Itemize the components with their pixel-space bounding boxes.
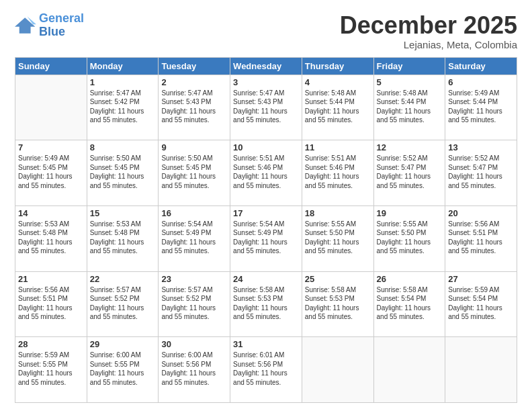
calendar-header-row: Sunday Monday Tuesday Wednesday Thursday… [15, 57, 517, 75]
day-number: 28 [18, 339, 84, 349]
day-info: Sunrise: 5:55 AM Sunset: 5:50 PM Dayligh… [305, 220, 371, 256]
day-info: Sunrise: 5:56 AM Sunset: 5:51 PM Dayligh… [448, 220, 514, 256]
calendar-cell: 28Sunrise: 5:59 AM Sunset: 5:55 PM Dayli… [15, 337, 87, 403]
day-info: Sunrise: 5:51 AM Sunset: 5:46 PM Dayligh… [233, 154, 299, 190]
calendar-cell: 1Sunrise: 5:47 AM Sunset: 5:42 PM Daylig… [87, 75, 159, 140]
day-number: 3 [233, 77, 299, 87]
logo-line1: General [39, 11, 84, 25]
calendar-week-4: 21Sunrise: 5:56 AM Sunset: 5:51 PM Dayli… [15, 271, 517, 337]
col-monday: Monday [87, 57, 159, 75]
col-thursday: Thursday [302, 57, 373, 75]
calendar-cell: 6Sunrise: 5:49 AM Sunset: 5:44 PM Daylig… [445, 75, 517, 140]
calendar-cell: 17Sunrise: 5:54 AM Sunset: 5:49 PM Dayli… [230, 205, 302, 271]
calendar-cell: 23Sunrise: 5:57 AM Sunset: 5:52 PM Dayli… [159, 271, 230, 337]
logo: General Blue [15, 12, 84, 39]
day-info: Sunrise: 5:59 AM Sunset: 5:54 PM Dayligh… [448, 285, 514, 322]
calendar-cell: 21Sunrise: 5:56 AM Sunset: 5:51 PM Dayli… [15, 271, 87, 337]
day-info: Sunrise: 5:57 AM Sunset: 5:52 PM Dayligh… [161, 285, 227, 322]
month-title: December 2025 [340, 12, 517, 39]
calendar-body: 1Sunrise: 5:47 AM Sunset: 5:42 PM Daylig… [15, 75, 517, 402]
calendar-cell: 30Sunrise: 6:00 AM Sunset: 5:56 PM Dayli… [159, 337, 230, 403]
day-number: 25 [305, 274, 371, 284]
logo-text: General Blue [39, 12, 84, 39]
day-number: 9 [161, 142, 227, 152]
day-number: 29 [90, 339, 156, 349]
day-number: 5 [377, 77, 443, 87]
calendar-cell: 24Sunrise: 5:58 AM Sunset: 5:53 PM Dayli… [230, 271, 302, 337]
calendar-cell: 15Sunrise: 5:53 AM Sunset: 5:48 PM Dayli… [87, 205, 159, 271]
day-info: Sunrise: 5:54 AM Sunset: 5:49 PM Dayligh… [233, 220, 299, 256]
calendar-cell [15, 75, 87, 140]
day-info: Sunrise: 5:49 AM Sunset: 5:44 PM Dayligh… [448, 89, 514, 125]
svg-marker-0 [15, 17, 35, 34]
calendar-cell: 5Sunrise: 5:48 AM Sunset: 5:44 PM Daylig… [373, 75, 445, 140]
col-wednesday: Wednesday [230, 57, 302, 75]
calendar-cell: 11Sunrise: 5:51 AM Sunset: 5:46 PM Dayli… [302, 140, 373, 206]
day-number: 12 [377, 142, 443, 152]
day-info: Sunrise: 5:53 AM Sunset: 5:48 PM Dayligh… [90, 220, 156, 256]
calendar-week-3: 14Sunrise: 5:53 AM Sunset: 5:48 PM Dayli… [15, 205, 517, 271]
calendar-cell: 22Sunrise: 5:57 AM Sunset: 5:52 PM Dayli… [87, 271, 159, 337]
day-number: 13 [448, 142, 514, 152]
day-info: Sunrise: 5:50 AM Sunset: 5:45 PM Dayligh… [90, 154, 156, 190]
header: General Blue December 2025 Lejanias, Met… [15, 12, 517, 50]
calendar-cell: 14Sunrise: 5:53 AM Sunset: 5:48 PM Dayli… [15, 205, 87, 271]
day-number: 23 [161, 274, 227, 284]
day-number: 14 [18, 208, 84, 218]
day-number: 7 [18, 142, 84, 152]
day-number: 11 [305, 142, 371, 152]
calendar-cell [302, 337, 373, 403]
day-info: Sunrise: 5:51 AM Sunset: 5:46 PM Dayligh… [305, 154, 371, 190]
day-info: Sunrise: 5:47 AM Sunset: 5:43 PM Dayligh… [161, 89, 227, 125]
day-info: Sunrise: 5:53 AM Sunset: 5:48 PM Dayligh… [18, 220, 84, 256]
calendar-cell: 13Sunrise: 5:52 AM Sunset: 5:47 PM Dayli… [445, 140, 517, 206]
day-number: 19 [377, 208, 443, 218]
day-number: 1 [90, 77, 156, 87]
calendar: Sunday Monday Tuesday Wednesday Thursday… [15, 57, 517, 403]
calendar-cell: 8Sunrise: 5:50 AM Sunset: 5:45 PM Daylig… [87, 140, 159, 206]
day-info: Sunrise: 5:47 AM Sunset: 5:42 PM Dayligh… [90, 89, 156, 125]
day-number: 18 [305, 208, 371, 218]
day-info: Sunrise: 5:58 AM Sunset: 5:54 PM Dayligh… [377, 285, 443, 322]
day-number: 6 [448, 77, 514, 87]
col-sunday: Sunday [15, 57, 87, 75]
day-number: 21 [18, 274, 84, 284]
calendar-cell: 2Sunrise: 5:47 AM Sunset: 5:43 PM Daylig… [159, 75, 230, 140]
day-info: Sunrise: 5:58 AM Sunset: 5:53 PM Dayligh… [305, 285, 371, 322]
day-info: Sunrise: 5:50 AM Sunset: 5:45 PM Dayligh… [161, 154, 227, 190]
calendar-cell: 4Sunrise: 5:48 AM Sunset: 5:44 PM Daylig… [302, 75, 373, 140]
day-info: Sunrise: 6:01 AM Sunset: 5:56 PM Dayligh… [233, 351, 299, 387]
day-number: 27 [448, 274, 514, 284]
day-info: Sunrise: 5:59 AM Sunset: 5:55 PM Dayligh… [18, 351, 84, 387]
day-info: Sunrise: 5:57 AM Sunset: 5:52 PM Dayligh… [90, 285, 156, 322]
day-info: Sunrise: 5:54 AM Sunset: 5:49 PM Dayligh… [161, 220, 227, 256]
day-number: 24 [233, 274, 299, 284]
col-friday: Friday [373, 57, 445, 75]
day-info: Sunrise: 5:48 AM Sunset: 5:44 PM Dayligh… [305, 89, 371, 125]
calendar-cell: 27Sunrise: 5:59 AM Sunset: 5:54 PM Dayli… [445, 271, 517, 337]
calendar-week-5: 28Sunrise: 5:59 AM Sunset: 5:55 PM Dayli… [15, 337, 517, 403]
day-number: 4 [305, 77, 371, 87]
day-info: Sunrise: 5:55 AM Sunset: 5:50 PM Dayligh… [377, 220, 443, 256]
logo-icon [15, 16, 36, 35]
calendar-cell: 26Sunrise: 5:58 AM Sunset: 5:54 PM Dayli… [373, 271, 445, 337]
calendar-cell: 9Sunrise: 5:50 AM Sunset: 5:45 PM Daylig… [159, 140, 230, 206]
day-info: Sunrise: 5:49 AM Sunset: 5:45 PM Dayligh… [18, 154, 84, 190]
calendar-cell: 18Sunrise: 5:55 AM Sunset: 5:50 PM Dayli… [302, 205, 373, 271]
day-number: 8 [90, 142, 156, 152]
calendar-cell: 3Sunrise: 5:47 AM Sunset: 5:43 PM Daylig… [230, 75, 302, 140]
calendar-cell: 10Sunrise: 5:51 AM Sunset: 5:46 PM Dayli… [230, 140, 302, 206]
calendar-cell: 20Sunrise: 5:56 AM Sunset: 5:51 PM Dayli… [445, 205, 517, 271]
day-number: 2 [161, 77, 227, 87]
calendar-cell: 16Sunrise: 5:54 AM Sunset: 5:49 PM Dayli… [159, 205, 230, 271]
day-info: Sunrise: 5:52 AM Sunset: 5:47 PM Dayligh… [377, 154, 443, 190]
page: General Blue December 2025 Lejanias, Met… [0, 0, 532, 411]
day-number: 16 [161, 208, 227, 218]
calendar-cell: 31Sunrise: 6:01 AM Sunset: 5:56 PM Dayli… [230, 337, 302, 403]
day-number: 22 [90, 274, 156, 284]
calendar-week-1: 1Sunrise: 5:47 AM Sunset: 5:42 PM Daylig… [15, 75, 517, 140]
day-info: Sunrise: 5:47 AM Sunset: 5:43 PM Dayligh… [233, 89, 299, 125]
day-number: 17 [233, 208, 299, 218]
title-block: December 2025 Lejanias, Meta, Colombia [340, 12, 517, 50]
calendar-week-2: 7Sunrise: 5:49 AM Sunset: 5:45 PM Daylig… [15, 140, 517, 206]
